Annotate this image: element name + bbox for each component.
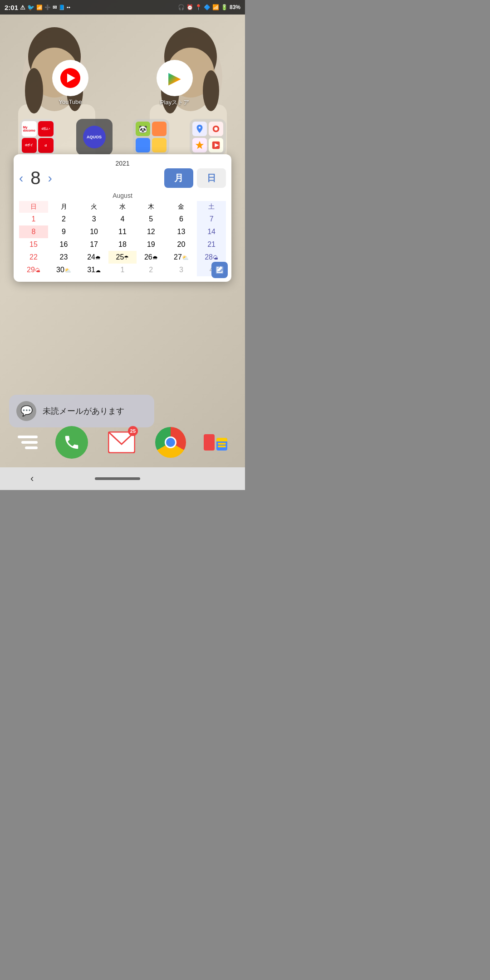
navbar: ‹ [0, 467, 245, 490]
cal-cell-4-0[interactable]: 29🌤 [19, 264, 48, 276]
calendar-header-row: 日 月 火 水 木 金 土 [19, 201, 226, 213]
calendar-prev-button[interactable]: ‹ [19, 171, 23, 186]
home-pill[interactable] [95, 477, 140, 480]
google-apps-mini [209, 122, 223, 136]
google-mini-4 [209, 138, 223, 152]
col-sat: 土 [197, 201, 226, 213]
cal-cell-3-0[interactable]: 22 [19, 251, 48, 264]
calendar-tab-month[interactable]: 月 [164, 168, 193, 188]
col-wed: 水 [108, 201, 137, 213]
calendar-edit-button[interactable] [211, 262, 228, 278]
cal-cell-2-3[interactable]: 18 [108, 238, 137, 251]
chrome-inner-circle [165, 436, 176, 448]
cal-cell-4-2[interactable]: 31☁ [79, 264, 108, 276]
cal-cell-0-3[interactable]: 4 [108, 213, 137, 225]
calendar-grid: 日 月 火 水 木 金 土 12345678910111213141516171… [19, 201, 226, 276]
playstore-arrow-icon: ▶ [168, 69, 181, 88]
mail-icon-wrap: 25 [105, 426, 138, 459]
dock-mail[interactable]: 25 [105, 426, 138, 459]
status-right: 🎧 ⏰ 📍 🔷 📶 🔋 83% [178, 4, 240, 10]
cal-cell-3-1[interactable]: 23 [48, 251, 79, 264]
battery-icon: 🔋 [221, 4, 228, 10]
gmaps-mini [192, 122, 207, 136]
cal-cell-2-4[interactable]: 19 [137, 238, 166, 251]
playstore-icon: ▶ [157, 60, 193, 96]
svg-marker-16 [195, 141, 203, 149]
col-fri: 金 [166, 201, 197, 213]
cal-cell-3-4[interactable]: 26🌧 [137, 251, 166, 264]
dock: 25 [0, 417, 245, 467]
col-tue: 火 [79, 201, 108, 213]
docomo-folder-icon: Mydocomo d払い dポイ d [20, 119, 56, 155]
cal-cell-3-2[interactable]: 24🌧 [79, 251, 108, 264]
calendar-week-1: 891011121314 [19, 225, 226, 238]
mydocomo-mini: Mydocomo [22, 121, 37, 137]
cal-cell-2-6[interactable]: 21 [197, 238, 226, 251]
dock-recents[interactable] [18, 436, 38, 449]
youtube-play-bg [60, 68, 80, 88]
alarm-icon: ⏰ [186, 4, 193, 10]
mt-stripe [216, 438, 227, 441]
calendar-week-3: 222324🌧25☂26🌧27⛅28🌤 [19, 251, 226, 264]
cal-cell-1-1[interactable]: 9 [48, 225, 79, 238]
cal-cell-4-1[interactable]: 30⛅ [48, 264, 79, 276]
cal-cell-0-6[interactable]: 7 [197, 213, 226, 225]
playstore-app[interactable]: ▶ Playストア [157, 60, 193, 107]
cal-cell-1-4[interactable]: 12 [137, 225, 166, 238]
cal-cell-2-0[interactable]: 15 [19, 238, 48, 251]
back-button[interactable]: ‹ [30, 473, 34, 485]
dock-chrome[interactable] [155, 427, 186, 458]
calendar-widget: 2021 ‹ 8 › 月 日 August 日 月 火 水 木 金 土 1234 [14, 154, 231, 282]
calendar-month-nav: ‹ 8 › [19, 168, 52, 188]
notification-text: 未読メールがあります [43, 406, 124, 416]
cal-cell-0-5[interactable]: 6 [166, 213, 197, 225]
cal-cell-2-2[interactable]: 17 [79, 238, 108, 251]
col-mon: 月 [48, 201, 79, 213]
cal-cell-1-2[interactable]: 10 [79, 225, 108, 238]
battery-percent: 83% [230, 4, 240, 10]
playstore-label: Playストア [160, 98, 189, 107]
calendar-month-number: 8 [30, 168, 40, 188]
phone-icon-bg [55, 426, 88, 459]
svg-point-15 [214, 127, 217, 130]
mt-rect-1 [204, 434, 215, 451]
cal-cell-3-3[interactable]: 25☂ [108, 251, 137, 264]
cal-cell-3-5[interactable]: 27⛅ [166, 251, 197, 264]
cal-cell-1-5[interactable]: 13 [166, 225, 197, 238]
aquos-circle: AQUOS [83, 126, 106, 148]
cal-cell-2-5[interactable]: 20 [166, 238, 197, 251]
location-icon: 📍 [195, 4, 202, 10]
cal-cell-1-3[interactable]: 11 [108, 225, 137, 238]
col-thu: 木 [137, 201, 166, 213]
youtube-icon [52, 60, 88, 96]
calendar-month-label: August [19, 192, 226, 199]
calendar-week-0: 1234567 [19, 213, 226, 225]
dock-multitask[interactable] [204, 434, 227, 451]
cal-cell-4-3[interactable]: 1 [108, 264, 137, 276]
calendar-tab-day[interactable]: 日 [197, 168, 226, 188]
notification-icon-1: 📶 [36, 5, 43, 10]
calendar-week-4: 29🌤30⛅31☁1234 [19, 264, 226, 276]
cal-cell-1-0[interactable]: 8 [19, 225, 48, 238]
cal-cell-0-1[interactable]: 2 [48, 213, 79, 225]
status-left: 2:01 ⚠ 🐦 📶 ➕ ✉ 📘 •• [5, 4, 70, 11]
cal-cell-2-1[interactable]: 16 [48, 238, 79, 251]
dock-phone[interactable] [55, 426, 88, 459]
youtube-label: YouTube [59, 98, 82, 105]
wifi-icon: 🔷 [204, 4, 211, 10]
youtube-app[interactable]: YouTube [52, 60, 88, 107]
dpoint-mini: dポイ [22, 138, 37, 153]
mt-rect-2 [216, 438, 227, 451]
cal-cell-1-6[interactable]: 14 [197, 225, 226, 238]
calendar-next-button[interactable]: › [48, 171, 52, 186]
cal-cell-4-5[interactable]: 3 [166, 264, 197, 276]
cal-cell-4-4[interactable]: 2 [137, 264, 166, 276]
cal-cell-0-2[interactable]: 3 [79, 213, 108, 225]
cal-cell-0-0[interactable]: 1 [19, 213, 48, 225]
chrome-icon [155, 427, 186, 458]
mail-badge: 25 [128, 426, 138, 436]
animal-folder-icon: 🐼 [133, 119, 169, 155]
app-row-1: YouTube ▶ Playストア [0, 60, 245, 107]
cal-cell-0-4[interactable]: 5 [137, 213, 166, 225]
myaquos-icon: AQUOS [76, 119, 113, 155]
